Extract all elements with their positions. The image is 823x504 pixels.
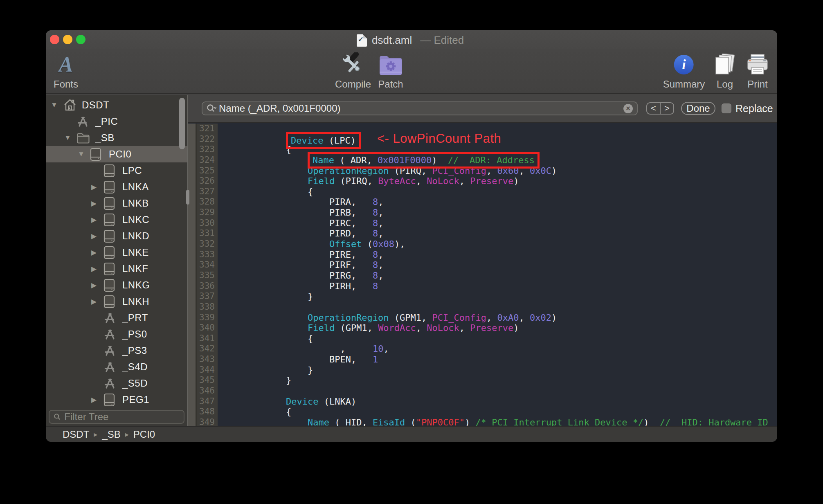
disclosure-closed-icon[interactable]: ▶ — [91, 281, 100, 290]
device-icon — [103, 295, 117, 308]
disclosure-closed-icon[interactable]: ▶ — [91, 183, 100, 191]
summary-button[interactable]: i Summary — [663, 52, 705, 90]
code-line: 331 PIRD, 8, — [188, 228, 777, 239]
sidebar-item-label: PEG1 — [122, 394, 149, 405]
log-button[interactable]: Log — [714, 52, 736, 90]
device-icon — [103, 197, 117, 210]
sidebar-item-lnke[interactable]: ▶LNKE — [46, 244, 187, 261]
sidebar-item-lnkd[interactable]: ▶LNKD — [46, 228, 187, 244]
code-line-content: PIRD, 8, — [218, 228, 777, 239]
sidebar-item-lpc[interactable]: LPC — [46, 162, 187, 179]
sidebar-item-lnkg[interactable]: ▶LNKG — [46, 277, 187, 293]
patch-button[interactable]: Patch — [378, 52, 403, 90]
code-line: 341 { — [188, 333, 777, 344]
sidebar-item-lnka[interactable]: ▶LNKA — [46, 179, 187, 195]
sidebar-item-lnkf[interactable]: ▶LNKF — [46, 261, 187, 277]
minimize-button[interactable] — [63, 35, 72, 44]
sidebar-scrollbar[interactable] — [179, 98, 185, 149]
sidebar-item-lnkc[interactable]: ▶LNKC — [46, 212, 187, 228]
sidebar-item-_pic[interactable]: _PIC — [46, 113, 187, 130]
search-field[interactable]: × — [202, 101, 638, 115]
sidebar-item-_prt[interactable]: _PRT — [46, 310, 187, 326]
disclosure-closed-icon[interactable]: ▶ — [91, 232, 100, 241]
disclosure-open-icon[interactable]: ▼ — [78, 150, 87, 158]
disclosure-closed-icon[interactable]: ▶ — [91, 216, 100, 224]
clear-search-icon[interactable]: × — [623, 104, 633, 113]
summary-info-icon: i — [674, 52, 694, 78]
code-line-content: Name (_ADR, 0x001F0000) // _ADR: Address — [218, 155, 777, 166]
fonts-button[interactable]: A Fonts — [54, 52, 78, 90]
code-line-content: } — [218, 365, 777, 376]
search-menu-icon[interactable] — [207, 104, 216, 113]
splitter-handle-icon[interactable] — [186, 190, 189, 205]
sidebar-item-label: LNKG — [122, 279, 150, 291]
annotation-highlight-box: Device (LPC) — [286, 132, 361, 149]
line-number: 325 — [188, 166, 218, 176]
sidebar-item-lnkh[interactable]: ▶LNKH — [46, 293, 187, 310]
code-editor[interactable]: 321322 Device (LPC)<- LowPinCount Path32… — [188, 124, 777, 426]
code-line-content: , 10, — [218, 344, 777, 354]
compile-button[interactable]: Compile — [335, 52, 371, 90]
code-line: 326 Field (PIRQ, ByteAcc, NoLock, Preser… — [188, 176, 777, 187]
sidebar-item-label: _PS0 — [122, 328, 147, 340]
disclosure-closed-icon[interactable]: ▶ — [91, 396, 100, 404]
breadcrumb-item[interactable]: PCI0 — [133, 429, 155, 440]
line-number: 329 — [188, 207, 218, 218]
code-line: 337 } — [188, 291, 777, 302]
log-pages-icon — [714, 52, 736, 78]
toolbar: A Fonts Compile — [46, 49, 777, 94]
disclosure-open-icon[interactable]: ▼ — [64, 134, 73, 142]
device-icon — [103, 262, 117, 276]
sidebar-item-peg1[interactable]: ▶PEG1 — [46, 392, 187, 408]
breadcrumb-item[interactable]: _SB — [102, 429, 120, 440]
sidebar-item-_ps0[interactable]: _PS0 — [46, 326, 187, 342]
sidebar-item-label: _SB — [95, 132, 115, 144]
device-icon — [103, 246, 117, 259]
content-split: ▼DSDT_PIC▼_SB▼PCI0LPC▶LNKA▶LNKB▶LNKC▶LNK… — [46, 95, 777, 426]
disclosure-closed-icon[interactable]: ▶ — [91, 199, 100, 208]
search-input[interactable] — [219, 103, 621, 114]
replace-checkbox[interactable] — [722, 104, 731, 113]
code-line-content: } — [218, 375, 777, 386]
code-line-content: Name (_HID, EisaId ("PNP0C0F") /* PCI In… — [218, 417, 777, 426]
print-button[interactable]: Print — [746, 52, 769, 90]
disclosure-closed-icon[interactable]: ▶ — [91, 265, 100, 273]
disclosure-closed-icon[interactable]: ▶ — [91, 248, 100, 257]
device-icon — [103, 213, 117, 227]
sidebar-item-_s5d[interactable]: _S5D — [46, 375, 187, 392]
line-number: 330 — [188, 218, 218, 229]
device-icon — [103, 180, 117, 194]
code-line: 324 Name (_ADR, 0x001F0000) // _ADR: Add… — [188, 155, 777, 166]
sidebar-item-pci0[interactable]: ▼PCI0 — [46, 146, 187, 162]
sidebar-item-_ps3[interactable]: _PS3 — [46, 342, 187, 359]
code-line-content: { — [218, 187, 777, 197]
sidebar-item-_sb[interactable]: ▼_SB — [46, 130, 187, 146]
line-number: 337 — [188, 291, 218, 302]
sidebar-item-dsdt[interactable]: ▼DSDT — [46, 97, 187, 113]
code-line: 349 Name (_HID, EisaId ("PNP0C0F") /* PC… — [188, 417, 777, 426]
find-next-button[interactable]: > — [661, 103, 673, 114]
code-line: 332 Offset (0x08), — [188, 239, 777, 250]
sidebar-item-label: LNKH — [122, 296, 149, 307]
find-prev-next: < > — [646, 102, 674, 115]
line-number: 336 — [188, 281, 218, 292]
code-line: 342 , 10, — [188, 344, 777, 354]
disclosure-open-icon[interactable]: ▼ — [51, 101, 60, 109]
line-number: 335 — [188, 270, 218, 281]
search-icon — [54, 413, 61, 421]
breadcrumb-item[interactable]: DSDT — [63, 429, 89, 440]
sidebar-item-lnkb[interactable]: ▶LNKB — [46, 195, 187, 212]
line-number: 328 — [188, 197, 218, 207]
sidebar-item-_s4d[interactable]: _S4D — [46, 359, 187, 375]
close-button[interactable] — [50, 35, 59, 44]
window-title: dsdt.aml — Edited — [357, 34, 464, 47]
disclosure-closed-icon[interactable]: ▶ — [91, 297, 100, 306]
find-previous-button[interactable]: < — [647, 103, 661, 114]
done-button[interactable]: Done — [681, 102, 715, 115]
line-number: 323 — [188, 144, 218, 155]
zoom-button[interactable] — [76, 35, 85, 44]
annotation-highlight-box: Name (_ADR, 0x001F0000) // _ADR: Address — [308, 152, 540, 169]
filter-tree-input[interactable] — [64, 411, 180, 423]
code-line-content — [218, 302, 777, 313]
sidebar-item-label: LNKF — [122, 263, 148, 274]
